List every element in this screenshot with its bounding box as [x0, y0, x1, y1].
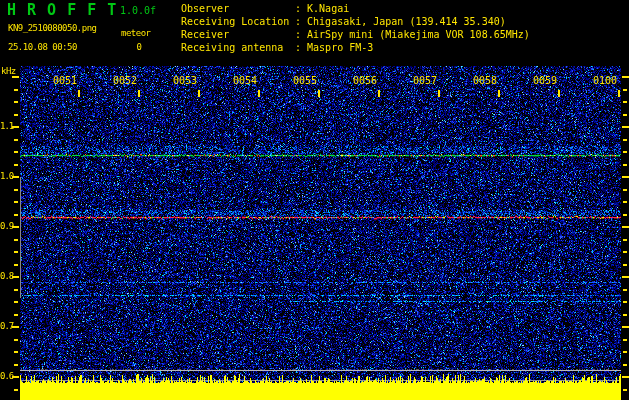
freq-major-tick-right	[622, 76, 629, 78]
time-tick-label: 0056	[353, 75, 377, 86]
freq-minor-tick-left	[14, 89, 18, 91]
freq-minor-tick-left	[14, 301, 18, 303]
freq-minor-tick-left	[14, 239, 18, 241]
info-separator: :	[295, 29, 307, 42]
freq-minor-tick-right	[623, 89, 627, 91]
freq-minor-tick-left	[14, 364, 18, 366]
freq-minor-tick-left	[14, 114, 18, 116]
info-value: Chigasaki, Japan (139.414 35.340)	[307, 16, 506, 29]
info-label: Receiver	[181, 29, 295, 42]
freq-minor-tick-right	[623, 114, 627, 116]
freq-minor-tick-left	[14, 201, 18, 203]
info-row: Observer: K.Nagai	[181, 3, 530, 16]
info-separator: :	[295, 16, 307, 29]
meteor-count-value: 0	[124, 42, 154, 52]
time-tick	[78, 90, 80, 97]
freq-major-tick-left	[12, 126, 19, 128]
freq-minor-tick-left	[14, 264, 18, 266]
freq-major-tick-right	[622, 326, 629, 328]
freq-minor-tick-right	[623, 151, 627, 153]
info-value: K.Nagai	[307, 3, 349, 16]
record-datetime: 25.10.08 00:50	[8, 42, 77, 52]
freq-minor-tick-right	[623, 301, 627, 303]
freq-minor-tick-right	[623, 289, 627, 291]
time-tick	[258, 90, 260, 97]
freq-minor-tick-left	[14, 251, 18, 253]
time-tick-label: 0055	[293, 75, 317, 86]
freq-major-tick-left	[12, 326, 19, 328]
time-tick-label: 0058	[473, 75, 497, 86]
info-row: Receiving Location: Chigasaki, Japan (13…	[181, 16, 530, 29]
freq-minor-tick-right	[623, 189, 627, 191]
freq-minor-tick-right	[623, 314, 627, 316]
time-tick	[138, 90, 140, 97]
freq-minor-tick-right	[623, 139, 627, 141]
freq-minor-tick-right	[623, 364, 627, 366]
info-label: Receiving antenna	[181, 42, 295, 55]
freq-major-tick-right	[622, 176, 629, 178]
info-label: Receiving Location	[181, 16, 295, 29]
freq-minor-tick-right	[623, 339, 627, 341]
freq-axis-unit: kHz	[1, 66, 16, 76]
time-tick	[198, 90, 200, 97]
freq-major-tick-left	[12, 176, 19, 178]
freq-major-tick-left	[12, 276, 19, 278]
freq-minor-tick-left	[14, 289, 18, 291]
freq-minor-tick-left	[14, 339, 18, 341]
freq-major-tick-left	[12, 376, 19, 378]
freq-major-tick-right	[622, 126, 629, 128]
time-tick	[378, 90, 380, 97]
freq-major-tick-left	[12, 76, 19, 78]
freq-minor-tick-left	[14, 214, 18, 216]
freq-minor-tick-right	[623, 101, 627, 103]
spectrogram-canvas	[0, 0, 629, 400]
output-filename: KN9_2510080050.png	[8, 23, 97, 33]
meteor-count-label: meteor	[121, 28, 151, 38]
app-title: H R O F F T	[7, 3, 117, 18]
freq-minor-tick-left	[14, 389, 18, 391]
info-value: Maspro FM-3	[307, 42, 373, 55]
freq-minor-tick-right	[623, 201, 627, 203]
freq-minor-tick-right	[623, 214, 627, 216]
hrofft-screen: H R O F F T 1.0.0f KN9_2510080050.png me…	[0, 0, 629, 400]
time-tick	[498, 90, 500, 97]
time-tick-label: 0053	[173, 75, 197, 86]
freq-major-tick-right	[622, 276, 629, 278]
freq-major-tick-right	[622, 376, 629, 378]
time-tick	[618, 90, 620, 97]
info-label: Observer	[181, 3, 295, 16]
freq-minor-tick-right	[623, 264, 627, 266]
freq-minor-tick-right	[623, 239, 627, 241]
freq-minor-tick-left	[14, 314, 18, 316]
time-tick-label: 0051	[53, 75, 77, 86]
time-tick-label: 0052	[113, 75, 137, 86]
time-tick-label: 0057	[413, 75, 437, 86]
freq-minor-tick-right	[623, 351, 627, 353]
info-row: Receiver: AirSpy mini (Miakejima VOR 108…	[181, 29, 530, 42]
observer-info-table: Observer: K.NagaiReceiving Location: Chi…	[181, 3, 530, 55]
freq-minor-tick-left	[14, 351, 18, 353]
time-tick-label: 0100	[593, 75, 617, 86]
freq-minor-tick-left	[14, 101, 18, 103]
freq-minor-tick-right	[623, 164, 627, 166]
freq-minor-tick-left	[14, 189, 18, 191]
info-value: AirSpy mini (Miakejima VOR 108.65MHz)	[307, 29, 530, 42]
time-tick-label: 0059	[533, 75, 557, 86]
app-version: 1.0.0f	[120, 5, 156, 16]
freq-minor-tick-left	[14, 151, 18, 153]
freq-minor-tick-right	[623, 251, 627, 253]
info-separator: :	[295, 42, 307, 55]
time-tick	[438, 90, 440, 97]
info-row: Receiving antenna: Maspro FM-3	[181, 42, 530, 55]
freq-minor-tick-left	[14, 164, 18, 166]
info-separator: :	[295, 3, 307, 16]
time-tick	[318, 90, 320, 97]
freq-major-tick-right	[622, 226, 629, 228]
freq-minor-tick-left	[14, 139, 18, 141]
time-tick	[558, 90, 560, 97]
freq-minor-tick-right	[623, 389, 627, 391]
freq-major-tick-left	[12, 226, 19, 228]
time-tick-label: 0054	[233, 75, 257, 86]
